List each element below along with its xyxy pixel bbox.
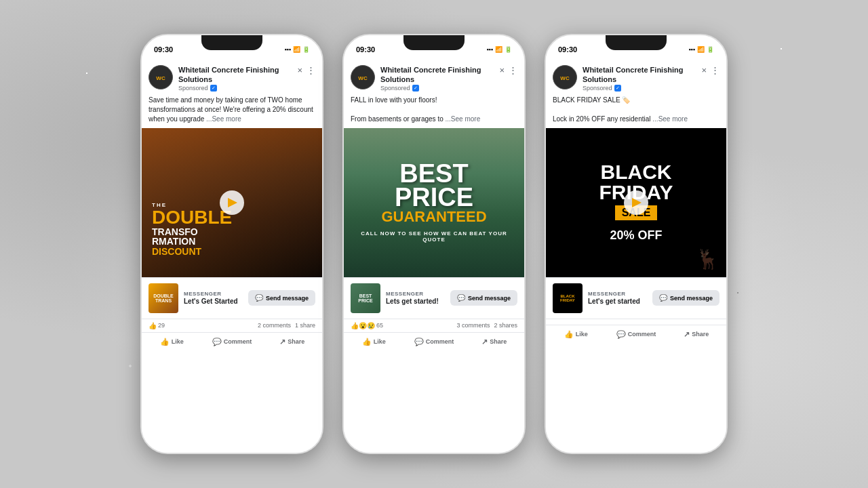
share-action-1[interactable]: ↗ Share [262,334,322,350]
play-button-3[interactable] [624,190,648,215]
status-time-1: 09:30 [154,45,173,54]
cta-label-1: MESSENGER [184,291,243,297]
cta-thumbnail-3: BLACKFRIDAY [553,283,583,313]
ad-header-actions-3: × ⋮ [701,65,719,75]
status-time-3: 09:30 [558,45,577,54]
see-more-3[interactable]: ...See more [652,115,688,123]
ad-company-info-2: Whitetail Concrete Finishing Solutions S… [380,65,494,92]
engagement-stats-1: 2 comments 1 share [258,322,315,329]
deer-icon: 🦌 [696,248,719,270]
phone-notch-2 [403,35,465,50]
comment-action-1[interactable]: 💬 Comment [202,334,262,350]
comment-icon-1: 💬 [212,338,222,346]
comment-icon-3: 💬 [616,330,626,339]
ad-image-3: BLACKFRIDAY SALE 20% OFF 🦌 [546,128,726,277]
comment-icon-2: 💬 [414,338,424,346]
shield-icon-1: ✓ [210,85,217,92]
menu-button-2[interactable]: ⋮ [509,65,517,75]
twenty-off-text: 20% OFF [610,228,662,243]
like-action-3[interactable]: 👍 Like [546,327,606,342]
comment-action-2[interactable]: 💬 Comment [404,334,465,350]
ad-header-1: WC Whitetail Concrete Finishing Solution… [142,60,322,94]
play-button-1[interactable] [220,190,244,215]
play-icon-3 [632,198,642,207]
phone-content-1: WC Whitetail Concrete Finishing Solution… [142,60,322,453]
see-more-1[interactable]: ...See more [206,115,241,123]
company-name-3: Whitetail Concrete Finishing Solutions [583,65,696,85]
close-button-1[interactable]: × [297,65,302,75]
company-name-1: Whitetail Concrete Finishing Solutions [178,65,292,85]
like-action-1[interactable]: 👍 Like [142,334,202,350]
share-action-3[interactable]: ↗ Share [666,327,726,342]
send-message-button-1[interactable]: 💬 Send message [248,290,315,306]
cta-text-1: MESSENGER Let's Get Started [184,291,243,306]
cta-title-1: Let's Get Started [184,297,243,306]
ad-card-1: WC Whitetail Concrete Finishing Solution… [142,60,322,453]
cta-text-2: MESSENGER Lets get started! [386,291,445,306]
send-message-button-2[interactable]: 💬 Send message [450,290,517,306]
engagement-stats-2: 3 comments 2 shares [456,322,517,329]
signal-icon-1: ▪▪▪ [284,46,291,53]
status-icons-1: ▪▪▪ 📶 🔋 [284,46,310,53]
cta-text-3: MESSENGER Let's get started [588,291,647,306]
cta-label-2: MESSENGER [386,291,445,297]
messenger-icon-3: 💬 [659,294,667,302]
close-button-2[interactable]: × [499,65,505,75]
comment-action-3[interactable]: 💬 Comment [606,327,667,342]
overlay-text-2: BESTPRICE GUARANTEED CALL NOW TO SEE HOW… [344,128,524,277]
sponsored-3: Sponsored ✓ [583,85,696,92]
ad-company-info-3: Whitetail Concrete Finishing Solutions S… [583,65,696,92]
comments-count-2: 3 comments [456,322,490,329]
phone-1: 09:30 ▪▪▪ 📶 🔋 WC Whitetail Concrete Fini… [140,34,323,454]
share-action-2[interactable]: ↗ Share [464,334,524,350]
reactions-1: 👍 29 [149,322,165,329]
menu-button-1[interactable]: ⋮ [307,65,315,75]
shares-count-1: 1 share [295,322,315,329]
phone-2: 09:30 ▪▪▪ 📶 🔋 WC Whitetail Concrete Fini… [342,34,526,454]
messenger-icon-2: 💬 [457,294,465,302]
svg-text:WC: WC [156,75,165,81]
status-icons-2: ▪▪▪ 📶 🔋 [486,46,512,53]
ad-company-info-1: Whitetail Concrete Finishing Solutions S… [178,65,292,92]
menu-button-3[interactable]: ⋮ [711,65,719,75]
like-action-2[interactable]: 👍 Like [344,334,404,350]
sponsored-1: Sponsored ✓ [178,85,292,92]
cta-thumbnail-1: DOUBLETRANS [149,283,178,313]
ad-engagement-3 [546,319,726,325]
cta-title-2: Lets get started! [386,297,445,306]
battery-icon-3: 🔋 [707,46,714,53]
see-more-2[interactable]: ...See more [446,115,481,123]
reactions-emoji-2: 👍😮😢 [351,322,375,329]
ad-header-2: WC Whitetail Concrete Finishing Solution… [344,60,524,94]
close-button-3[interactable]: × [701,65,707,75]
company-name-2: Whitetail Concrete Finishing Solutions [380,65,494,85]
like-icon-2: 👍 [362,338,372,346]
shield-icon-3: ✓ [614,85,621,92]
ad-text-1: Save time and money by taking care of TW… [142,94,322,128]
avatar-3: WC [553,65,577,89]
ad-engagement-2: 👍😮😢 65 3 comments 2 shares [344,319,524,332]
signal-icon-2: ▪▪▪ [486,46,493,53]
cta-label-3: MESSENGER [588,291,647,297]
avatar-1: WC [149,65,173,89]
call-now-text: CALL NOW TO SEE HOW WE CAN BEAT YOUR QUO… [351,230,517,243]
share-icon-2: ↗ [481,338,488,346]
ad-actions-2: 👍 Like 💬 Comment ↗ Share [344,332,524,351]
signal-icon-3: ▪▪▪ [688,46,695,53]
sponsored-2: Sponsored ✓ [380,85,494,92]
phone-content-3: WC Whitetail Concrete Finishing Solution… [546,60,726,453]
phone-notch-3 [606,35,667,50]
ad-actions-3: 👍 Like 💬 Comment ↗ Share [546,325,726,344]
cta-thumbnail-2: BESTPRICE [351,283,380,313]
phone-notch-1 [201,35,262,50]
avatar-2: WC [351,65,375,89]
best-price-text: BESTPRICE [395,162,473,208]
status-time-2: 09:30 [356,45,375,54]
svg-text:WC: WC [560,75,570,81]
ad-card-2: WC Whitetail Concrete Finishing Solution… [344,60,524,453]
send-message-button-3[interactable]: 💬 Send message [652,290,719,306]
ad-engagement-1: 👍 29 2 comments 1 share [142,319,322,332]
transformation-text: TRANSFORMATION [152,227,312,246]
cta-title-3: Let's get started [588,297,647,306]
battery-icon-1: 🔋 [302,46,310,53]
